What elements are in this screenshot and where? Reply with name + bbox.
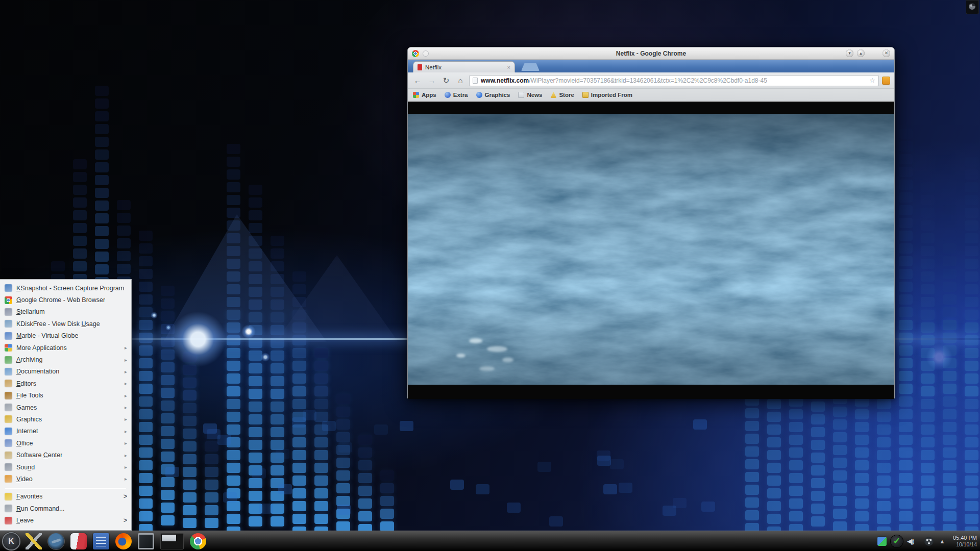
new-tab-button[interactable] bbox=[521, 63, 540, 71]
terminal-launcher[interactable] bbox=[138, 533, 154, 549]
bookmark-news[interactable]: News bbox=[518, 92, 542, 98]
menu-item-editors[interactable]: Editors▸ bbox=[0, 378, 131, 389]
device-notifier-icon[interactable] bbox=[924, 537, 934, 546]
bookmark-apps[interactable]: Apps bbox=[413, 92, 436, 98]
window-app-icon[interactable] bbox=[412, 50, 419, 57]
menu-item-documentation[interactable]: Documentation▸ bbox=[0, 366, 131, 378]
menu-item-label: Video bbox=[16, 475, 33, 483]
page-content bbox=[408, 102, 894, 399]
favorites-icon bbox=[5, 493, 12, 500]
submenu-arrow-icon: ▸ bbox=[125, 369, 127, 374]
menu-item-label: Archiving bbox=[16, 356, 42, 363]
menu-item-software-center[interactable]: Software Center▸ bbox=[0, 449, 131, 461]
back-button[interactable]: ← bbox=[412, 76, 423, 85]
menu-item-label: Google Chrome - Web Browser bbox=[16, 296, 105, 304]
menu-item-ksnapshot-screen-capture-program[interactable]: KSnapshot - Screen Capture Program bbox=[0, 282, 131, 294]
submenu-arrow-icon: ▸ bbox=[125, 429, 127, 434]
menu-item-label: More Applications bbox=[16, 344, 67, 352]
submenu-arrow-icon: ▸ bbox=[125, 357, 127, 363]
file-tools-icon bbox=[5, 392, 12, 399]
apps-grid-icon bbox=[5, 344, 12, 352]
bookmark-label: Extra bbox=[453, 92, 468, 98]
menu-item-sound[interactable]: Sound▸ bbox=[0, 461, 131, 473]
menu-item-leave[interactable]: Leave> bbox=[0, 514, 131, 526]
reload-button[interactable]: ↻ bbox=[440, 76, 452, 85]
menu-item-archiving[interactable]: Archiving▸ bbox=[0, 354, 131, 365]
menu-item-run-command[interactable]: Run Command... bbox=[0, 503, 131, 514]
url-path: /WiPlayer?movieid=70357186&trkid=1346206… bbox=[529, 77, 867, 84]
menu-item-more-applications[interactable]: More Applications▸ bbox=[0, 342, 131, 354]
minimize-button[interactable]: ▾ bbox=[846, 49, 853, 57]
tab-close-icon[interactable]: × bbox=[506, 64, 511, 70]
menu-item-label: Run Command... bbox=[16, 505, 65, 512]
notes-launcher[interactable] bbox=[93, 533, 109, 549]
menu-item-graphics[interactable]: Graphics▸ bbox=[0, 413, 131, 425]
maximize-button[interactable]: ▴ bbox=[857, 49, 865, 57]
system-tools-launcher[interactable] bbox=[26, 533, 42, 549]
red-app-launcher[interactable] bbox=[70, 533, 87, 549]
window-menu-icon[interactable] bbox=[423, 51, 429, 57]
submenu-arrow-icon: ▸ bbox=[125, 405, 127, 410]
close-button[interactable]: ✕ bbox=[883, 49, 890, 57]
menu-item-google-chrome-web-browser[interactable]: Google Chrome - Web Browser bbox=[0, 294, 131, 306]
bookmark-extra[interactable]: Extra bbox=[445, 92, 468, 98]
menu-item-favorites[interactable]: Favorites> bbox=[0, 491, 131, 503]
netflix-favicon bbox=[418, 64, 422, 70]
submenu-arrow-icon: ▸ bbox=[125, 345, 127, 350]
menu-item-internet[interactable]: Internet▸ bbox=[0, 425, 131, 437]
bookmark-star-icon[interactable]: ☆ bbox=[869, 77, 875, 84]
menu-item-marble-virtual-globe[interactable]: Marble - Virtual Globe bbox=[0, 330, 131, 342]
menu-item-label: KSnapshot - Screen Capture Program bbox=[16, 285, 124, 292]
documentation-icon bbox=[5, 368, 12, 375]
taskbar-launchers bbox=[0, 533, 206, 549]
bookmark-label: Store bbox=[559, 92, 574, 98]
kdiskfree-icon bbox=[5, 320, 12, 328]
application-launcher-menu: KSnapshot - Screen Capture ProgramGoogle… bbox=[0, 279, 132, 531]
menu-item-stellarium[interactable]: Stellarium bbox=[0, 306, 131, 318]
globe-utility-launcher[interactable] bbox=[48, 533, 64, 549]
volume-tray-icon[interactable]: ◀)) bbox=[907, 537, 920, 546]
address-bar[interactable]: www.netflix.com /WiPlayer?movieid=703571… bbox=[469, 75, 879, 86]
menu-item-label: Editors bbox=[16, 380, 36, 387]
chrome-launcher[interactable] bbox=[190, 533, 206, 549]
menu-item-label: KDiskFree - View Disk Usage bbox=[16, 320, 100, 328]
bookmark-graphics[interactable]: Graphics bbox=[476, 92, 510, 98]
menu-item-games[interactable]: Games▸ bbox=[0, 402, 131, 413]
submenu-arrow-icon: ▸ bbox=[125, 381, 127, 386]
bookmark-imported-from[interactable]: Imported From bbox=[582, 92, 632, 98]
home-button[interactable]: ⌂ bbox=[455, 76, 466, 85]
tab-netflix[interactable]: Netflix × bbox=[413, 61, 515, 72]
forward-button[interactable]: → bbox=[426, 76, 437, 85]
bookmark-store[interactable]: Store bbox=[550, 92, 574, 98]
plasma-toolbox-icon[interactable] bbox=[966, 0, 979, 14]
desktop: Netflix - Google Chrome ▾ ▴ ✕ Netflix × … bbox=[0, 0, 980, 551]
chrome-menu-icon[interactable] bbox=[882, 77, 890, 85]
clock-time: 05:40 PM bbox=[953, 535, 977, 541]
netflix-video-player[interactable] bbox=[408, 114, 894, 385]
kickoff-menu-button[interactable] bbox=[3, 533, 19, 549]
firefox-launcher[interactable] bbox=[115, 533, 132, 549]
bookmark-label: Apps bbox=[422, 92, 436, 98]
updates-tray-icon[interactable] bbox=[891, 535, 903, 547]
folder-light-icon bbox=[518, 92, 524, 98]
menu-item-kdiskfree-view-disk-usage[interactable]: KDiskFree - View Disk Usage bbox=[0, 318, 131, 330]
menu-item-office[interactable]: Office▸ bbox=[0, 437, 131, 449]
network-tray-icon[interactable] bbox=[877, 537, 887, 546]
menu-item-label: Marble - Virtual Globe bbox=[16, 332, 78, 339]
tab-strip: Netflix × bbox=[408, 60, 894, 72]
ksnapshot-icon bbox=[5, 284, 12, 292]
office-icon bbox=[5, 439, 12, 447]
digital-clock[interactable]: 05:40 PM 10/10/14 bbox=[951, 535, 977, 548]
marble-icon bbox=[5, 332, 12, 340]
tray-expand-arrow[interactable]: ▲ bbox=[938, 537, 947, 546]
leave-icon bbox=[5, 517, 12, 524]
menu-item-file-tools[interactable]: File Tools▸ bbox=[0, 390, 131, 402]
editors-icon bbox=[5, 380, 12, 387]
taskbar-panel: ◀))▲ 05:40 PM 10/10/14 bbox=[0, 531, 980, 551]
internet-icon bbox=[5, 428, 12, 435]
desktop-pager[interactable] bbox=[160, 533, 184, 549]
menu-item-video[interactable]: Video▸ bbox=[0, 473, 131, 485]
window-titlebar[interactable]: Netflix - Google Chrome ▾ ▴ ✕ bbox=[408, 47, 894, 60]
software-center-icon bbox=[5, 452, 12, 459]
bookmark-label: Imported From bbox=[591, 92, 632, 98]
